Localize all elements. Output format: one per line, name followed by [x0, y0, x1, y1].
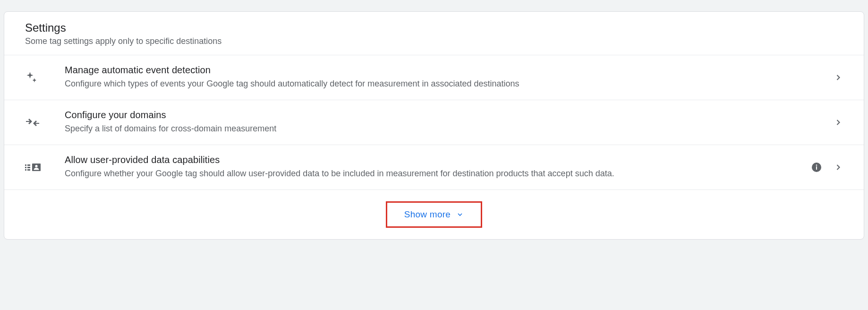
settings-card: Settings Some tag settings apply only to… [4, 11, 864, 240]
setting-row-user-data[interactable]: Allow user-provided data capabilities Co… [4, 145, 864, 190]
svg-point-10 [816, 164, 817, 166]
show-more-container: Show more [4, 190, 864, 239]
svg-rect-2 [25, 167, 26, 168]
settings-title: Settings [25, 21, 843, 34]
setting-content: Manage automatic event detection Configu… [44, 65, 834, 90]
setting-description: Configure which types of events your Goo… [65, 78, 824, 90]
setting-trailing [834, 118, 843, 127]
setting-row-event-detection[interactable]: Manage automatic event detection Configu… [4, 55, 864, 100]
merge-arrows-icon [25, 117, 44, 128]
svg-rect-5 [27, 169, 30, 171]
show-more-label: Show more [404, 209, 451, 220]
setting-title: Allow user-provided data capabilities [65, 155, 801, 165]
setting-row-configure-domains[interactable]: Configure your domains Specify a list of… [4, 100, 864, 145]
svg-rect-9 [816, 166, 817, 170]
show-more-button[interactable]: Show more [386, 201, 482, 228]
svg-rect-1 [27, 164, 30, 166]
setting-trailing [834, 73, 843, 82]
setting-title: Manage automatic event detection [65, 65, 824, 76]
chevron-right-icon [834, 163, 843, 172]
chevron-right-icon [834, 118, 843, 127]
setting-trailing [811, 162, 843, 173]
svg-rect-4 [25, 169, 26, 171]
setting-content: Allow user-provided data capabilities Co… [44, 155, 811, 180]
sparkle-icon [25, 71, 44, 84]
setting-description: Configure whether your Google tag should… [65, 167, 801, 180]
card-header: Settings Some tag settings apply only to… [4, 12, 864, 55]
settings-subtitle: Some tag settings apply only to specific… [25, 36, 843, 46]
svg-rect-0 [25, 164, 26, 166]
setting-content: Configure your domains Specify a list of… [44, 110, 834, 135]
setting-title: Configure your domains [65, 110, 824, 121]
chevron-down-icon [456, 211, 464, 218]
info-icon[interactable] [811, 162, 822, 173]
user-data-icon [25, 163, 44, 172]
setting-description: Specify a list of domains for cross-doma… [65, 122, 824, 135]
chevron-right-icon [834, 73, 843, 82]
svg-point-7 [35, 165, 37, 167]
svg-rect-3 [27, 167, 30, 168]
